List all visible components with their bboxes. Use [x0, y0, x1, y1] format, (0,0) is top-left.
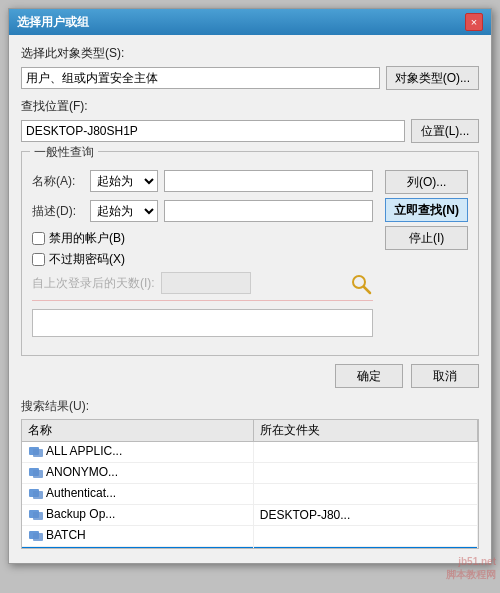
table-row[interactable]: BATCH — [22, 526, 478, 547]
svg-rect-9 — [33, 512, 43, 520]
table-cell-name: Backup Op... — [22, 505, 253, 526]
results-label: 搜索结果(U): — [21, 398, 479, 415]
ok-cancel-row: 确定 取消 — [21, 364, 479, 388]
right-buttons: 列(O)... 立即查找(N) 停止(I) — [385, 170, 468, 345]
table-row[interactable]: c_mynaDESKTOP-J80... — [22, 547, 478, 550]
cancel-button[interactable]: 取消 — [411, 364, 479, 388]
group-icon — [28, 465, 44, 481]
search-icon — [349, 272, 373, 296]
results-table-scroll[interactable]: 名称 所在文件夹 ALL APPLIC... ANONYMO... Authen… — [21, 419, 479, 549]
svg-rect-5 — [33, 470, 43, 478]
search-icon-container — [349, 272, 373, 296]
results-section: 搜索结果(U): 名称 所在文件夹 ALL APPLIC... ANONYMO.… — [21, 398, 479, 549]
location-input-row: 位置(L)... — [21, 119, 479, 143]
table-header-row: 名称 所在文件夹 — [22, 420, 478, 442]
table-cell-name: ALL APPLIC... — [22, 442, 253, 463]
dialog-title: 选择用户或组 — [17, 14, 89, 31]
no-expire-label: 不过期密码(X) — [49, 251, 125, 268]
results-table: 名称 所在文件夹 ALL APPLIC... ANONYMO... Authen… — [22, 420, 478, 549]
svg-rect-7 — [33, 491, 43, 499]
title-bar: 选择用户或组 × — [9, 9, 491, 35]
location-input[interactable] — [21, 120, 405, 142]
select-user-dialog: 选择用户或组 × 选择此对象类型(S): 对象类型(O)... 查找位置(F):… — [8, 8, 492, 564]
table-cell-name: c_myna — [22, 547, 253, 550]
table-row[interactable]: ALL APPLIC... — [22, 442, 478, 463]
disabled-accounts-label: 禁用的帐户(B) — [49, 230, 125, 247]
table-row[interactable]: Authenticat... — [22, 484, 478, 505]
search-now-button[interactable]: 立即查找(N) — [385, 198, 468, 222]
group-inner: 名称(A): 起始为 描述(D): 起始为 — [32, 170, 468, 345]
name-row: 名称(A): 起始为 — [32, 170, 373, 192]
no-expire-checkbox[interactable] — [32, 253, 45, 266]
col-folder-header: 所在文件夹 — [253, 420, 477, 442]
location-button[interactable]: 位置(L)... — [411, 119, 479, 143]
last-login-row: 自上次登录后的天数(I): — [32, 272, 373, 301]
list-button[interactable]: 列(O)... — [385, 170, 468, 194]
table-cell-folder — [253, 463, 477, 484]
table-cell-name: Authenticat... — [22, 484, 253, 505]
group-icon — [28, 444, 44, 460]
table-cell-name: ANONYMO... — [22, 463, 253, 484]
watermark-line2: 脚本教程网 — [446, 568, 496, 581]
table-cell-folder: DESKTOP-J80... — [253, 547, 477, 550]
name-input[interactable] — [164, 170, 373, 192]
object-type-row: 选择此对象类型(S): — [21, 45, 479, 62]
group-icon — [28, 528, 44, 544]
general-query-group: 一般性查询 名称(A): 起始为 描述 — [21, 151, 479, 356]
name-label: 名称(A): — [32, 173, 84, 190]
svg-line-1 — [364, 287, 370, 293]
ok-button[interactable]: 确定 — [335, 364, 403, 388]
desc-label: 描述(D): — [32, 203, 84, 220]
table-cell-name: BATCH — [22, 526, 253, 547]
desc-input[interactable] — [164, 200, 373, 222]
table-cell-folder — [253, 526, 477, 547]
location-label-row: 查找位置(F): — [21, 98, 479, 115]
group-icon — [28, 486, 44, 502]
stop-button[interactable]: 停止(I) — [385, 226, 468, 250]
desc-combo[interactable]: 起始为 — [90, 200, 158, 222]
inner-content: 名称(A): 起始为 描述(D): 起始为 — [32, 170, 468, 345]
svg-rect-3 — [33, 449, 43, 457]
close-button[interactable]: × — [465, 13, 483, 31]
table-cell-folder — [253, 442, 477, 463]
table-row[interactable]: Backup Op...DESKTOP-J80... — [22, 505, 478, 526]
object-type-button[interactable]: 对象类型(O)... — [386, 66, 479, 90]
object-type-input-row: 对象类型(O)... — [21, 66, 479, 90]
table-row[interactable]: ANONYMO... — [22, 463, 478, 484]
location-label: 查找位置(F): — [21, 98, 88, 115]
disabled-accounts-row: 禁用的帐户(B) — [32, 230, 373, 247]
desc-row: 描述(D): 起始为 — [32, 200, 373, 222]
name-combo[interactable]: 起始为 — [90, 170, 158, 192]
svg-rect-11 — [33, 533, 43, 541]
group-box-title: 一般性查询 — [30, 144, 98, 161]
no-expire-row: 不过期密码(X) — [32, 251, 373, 268]
table-cell-folder — [253, 484, 477, 505]
last-login-input[interactable] — [161, 272, 251, 294]
last-login-label: 自上次登录后的天数(I): — [32, 275, 155, 292]
group-icon — [28, 507, 44, 523]
inner-fields: 名称(A): 起始为 描述(D): 起始为 — [32, 170, 373, 345]
object-type-label: 选择此对象类型(S): — [21, 45, 124, 62]
disabled-accounts-checkbox[interactable] — [32, 232, 45, 245]
table-cell-folder: DESKTOP-J80... — [253, 505, 477, 526]
col-name-header: 名称 — [22, 420, 253, 442]
empty-results-area — [32, 309, 373, 337]
object-type-input[interactable] — [21, 67, 380, 89]
dialog-body: 选择此对象类型(S): 对象类型(O)... 查找位置(F): 位置(L)...… — [9, 35, 491, 563]
